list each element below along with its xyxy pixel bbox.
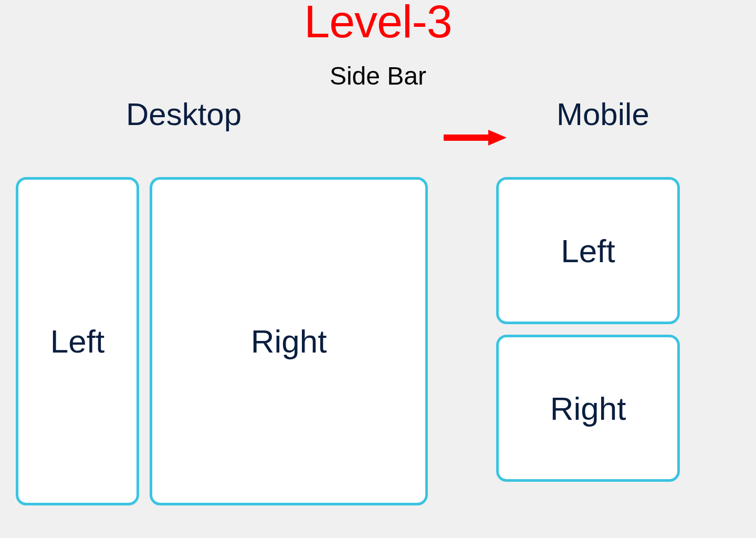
- desktop-layout: Left Right: [16, 177, 428, 505]
- desktop-label: Desktop: [126, 96, 242, 132]
- arrow-icon: [441, 127, 509, 150]
- subtitle: Side Bar: [330, 61, 426, 90]
- level-title: Level-3: [304, 0, 452, 48]
- desktop-left-box: Left: [16, 177, 139, 505]
- svg-marker-1: [488, 130, 507, 146]
- mobile-left-box: Left: [496, 177, 680, 324]
- diagram-container: Level-3 Side Bar Desktop Mobile Left Rig…: [0, 0, 756, 538]
- mobile-layout: Left Right: [496, 177, 680, 482]
- desktop-right-box: Right: [150, 177, 428, 505]
- mobile-label: Mobile: [556, 96, 649, 132]
- mobile-right-box: Right: [496, 335, 680, 482]
